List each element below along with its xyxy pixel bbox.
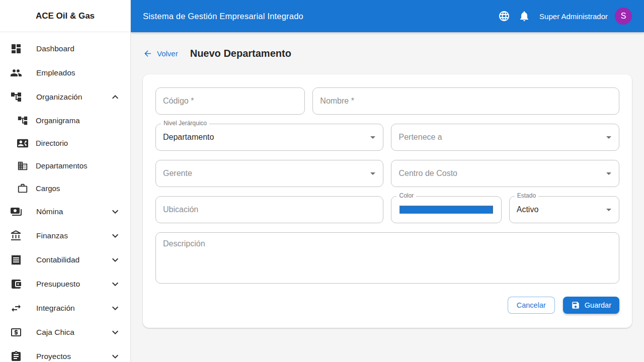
nivel-jerarquico-label: Nivel Jerárquico: [161, 120, 209, 127]
save-label: Guardar: [585, 301, 611, 309]
sidebar-nav: DashboardEmpleadosOrganizaciónOrganigram…: [0, 32, 130, 362]
save-icon: [571, 301, 580, 310]
appbar-title: Sistema de Gestión Empresarial Integrado: [143, 12, 494, 21]
gerente-select[interactable]: Gerente: [155, 160, 383, 187]
wallet-icon: [10, 278, 22, 290]
sidebar-item-label: Cargos: [36, 184, 121, 193]
codigo-field: [155, 87, 305, 115]
sidebar-item-departamentos[interactable]: Departamentos: [0, 154, 130, 177]
chevron-up-icon: [109, 91, 121, 103]
chevron-down-icon: [109, 302, 121, 314]
bank-icon: [10, 230, 22, 242]
nivel-jerarquico-select[interactable]: Nivel Jerárquico Departamento: [155, 124, 383, 151]
estado-value: Activo: [517, 205, 539, 214]
dashboard-icon: [10, 43, 22, 55]
sidebar-item-empleados[interactable]: Empleados: [0, 61, 130, 85]
org-tree-icon: [17, 115, 28, 126]
color-picker[interactable]: [399, 206, 493, 214]
sidebar-item-label: Empleados: [36, 68, 121, 77]
sidebar-item-finanzas[interactable]: Finanzas: [0, 224, 130, 248]
back-button[interactable]: Volver: [143, 49, 178, 58]
user-name: Super Administrador: [539, 12, 608, 21]
language-button[interactable]: [494, 6, 514, 26]
dropdown-arrow-icon: [603, 204, 615, 216]
chevron-down-icon: [109, 230, 121, 242]
sidebar-item-label: Integración: [36, 304, 109, 313]
nombre-input[interactable]: [320, 97, 612, 106]
dropdown-arrow-icon: [603, 131, 615, 143]
globe-icon: [498, 10, 510, 22]
receipt-icon: [10, 254, 22, 266]
nivel-jerarquico-value: Departamento: [163, 133, 214, 142]
nombre-field: [312, 87, 619, 115]
building-icon: [17, 160, 28, 171]
notifications-button[interactable]: [514, 6, 534, 26]
people-icon: [10, 67, 22, 79]
save-button[interactable]: Guardar: [563, 297, 619, 314]
page-title: Nuevo Departamento: [190, 48, 291, 59]
chevron-down-icon: [109, 326, 121, 338]
contact-card-icon: [17, 138, 28, 149]
sidebar-item-label: Presupuesto: [36, 280, 109, 289]
sidebar-item-label: Departamentos: [36, 161, 121, 170]
sidebar-item-label: Dashboard: [36, 44, 121, 53]
sidebar-item-label: Organización: [36, 93, 109, 102]
content-area: Volver Nuevo Departamento Nivel Jerárqui…: [131, 32, 644, 328]
codigo-input[interactable]: [163, 97, 297, 106]
cancel-button[interactable]: Cancelar: [508, 297, 555, 314]
chevron-down-icon: [109, 350, 121, 362]
chevron-down-icon: [109, 278, 121, 290]
avatar[interactable]: S: [615, 8, 632, 25]
sidebar-item-label: Contabilidad: [36, 255, 109, 264]
clipboard-icon: [10, 350, 22, 362]
sidebar-item-proyectos[interactable]: Proyectos: [0, 344, 130, 362]
descripcion-field: [155, 232, 619, 284]
sidebar-item-dashboard[interactable]: Dashboard: [0, 37, 130, 61]
pertenece-a-placeholder: Pertenece a: [398, 133, 442, 142]
ubicacion-input[interactable]: [163, 205, 376, 214]
sidebar: ACE Oil & Gas DashboardEmpleadosOrganiza…: [0, 0, 131, 362]
brand-logo: ACE Oil & Gas: [0, 0, 130, 32]
back-arrow-icon: [143, 49, 152, 58]
sidebar-item-directorio[interactable]: Directorio: [0, 132, 130, 154]
cash-icon: [10, 326, 22, 338]
payments-icon: [10, 206, 22, 218]
sidebar-item-organizacion[interactable]: Organización: [0, 85, 130, 109]
color-field: Color: [391, 196, 501, 223]
ubicacion-field: [155, 196, 383, 223]
dropdown-arrow-icon: [367, 131, 379, 143]
sidebar-item-label: Nómina: [36, 207, 109, 216]
sidebar-item-label: Organigrama: [36, 116, 121, 125]
sidebar-item-label: Finanzas: [36, 231, 109, 240]
color-label: Color: [396, 192, 416, 199]
bell-icon: [518, 10, 530, 22]
swap-icon: [10, 302, 22, 314]
back-label: Volver: [157, 49, 178, 58]
sidebar-item-organigrama[interactable]: Organigrama: [0, 109, 130, 132]
appbar: Sistema de Gestión Empresarial Integrado…: [131, 0, 644, 32]
sidebar-item-contabilidad[interactable]: Contabilidad: [0, 248, 130, 272]
dropdown-arrow-icon: [367, 167, 379, 179]
sidebar-item-caja-chica[interactable]: Caja Chica: [0, 320, 130, 344]
dropdown-arrow-icon: [603, 167, 615, 179]
chevron-down-icon: [109, 206, 121, 218]
sidebar-item-label: Caja Chica: [36, 328, 109, 337]
centro-de-costo-select[interactable]: Centro de Costo: [391, 160, 619, 187]
sidebar-item-label: Directorio: [36, 139, 121, 147]
sidebar-item-integracion[interactable]: Integración: [0, 296, 130, 320]
gerente-placeholder: Gerente: [163, 169, 192, 178]
sidebar-item-label: Proyectos: [36, 352, 109, 361]
descripcion-input[interactable]: [163, 239, 612, 277]
estado-select[interactable]: Estado Activo: [509, 196, 619, 223]
sidebar-item-cargos[interactable]: Cargos: [0, 177, 130, 200]
centro-de-costo-placeholder: Centro de Costo: [398, 169, 457, 178]
pertenece-a-select[interactable]: Pertenece a: [391, 124, 619, 151]
briefcase-icon: [17, 183, 28, 194]
chevron-down-icon: [109, 254, 121, 266]
department-form-card: Nivel Jerárquico Departamento Pertenece …: [143, 74, 632, 328]
estado-label: Estado: [515, 192, 538, 199]
sidebar-item-presupuesto[interactable]: Presupuesto: [0, 272, 130, 296]
org-tree-icon: [10, 91, 22, 103]
sidebar-item-nomina[interactable]: Nómina: [0, 200, 130, 224]
